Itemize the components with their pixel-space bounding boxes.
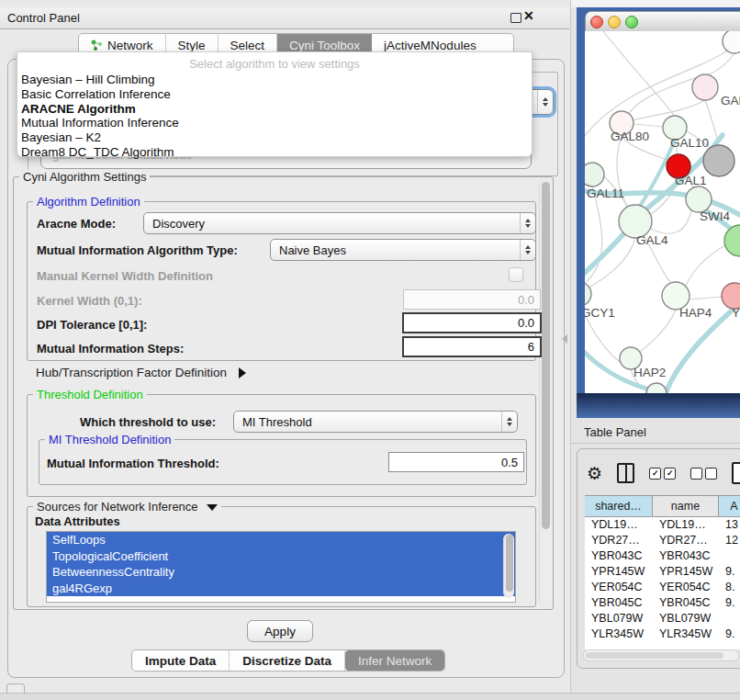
tab-network-label: Network bbox=[107, 39, 153, 52]
bottom-strip bbox=[0, 693, 740, 700]
table-row[interactable]: YLR345W YLR345W 9. bbox=[585, 626, 740, 638]
node-label: HAP2 bbox=[633, 366, 666, 379]
new-table-icon[interactable] bbox=[732, 462, 740, 484]
mi-threshold-title: MI Threshold Definition bbox=[45, 433, 174, 446]
table-rows: YDL19… YDL19… 13 YDR27… YDR27… 12 YBR043… bbox=[585, 516, 740, 638]
node-table: shared… name A YDL19… YDL19… 13 YDR27… Y… bbox=[585, 495, 740, 649]
column-header-partial[interactable]: A bbox=[719, 496, 740, 516]
column-header-name[interactable]: name bbox=[653, 496, 719, 516]
table-row[interactable]: YDL19… YDL19… 13 bbox=[585, 516, 740, 532]
mi-threshold-group: MI Threshold Definition Mutual Informati… bbox=[39, 439, 527, 485]
dropdown-items: Bayesian – Hill Climbing Basic Correlati… bbox=[21, 73, 528, 160]
cell: YPR145W bbox=[585, 565, 653, 578]
table-panel-title: Table Panel bbox=[584, 425, 646, 439]
mi-threshold-value: 0.5 bbox=[501, 456, 518, 469]
mi-steps-label: Mutual Information Steps: bbox=[37, 342, 184, 356]
attribute-list-scrollbar[interactable] bbox=[503, 534, 514, 598]
mi-type-value: Naive Bayes bbox=[271, 243, 520, 257]
table-horizontal-scrollbar-thumb[interactable] bbox=[586, 652, 723, 659]
dropdown-item[interactable]: Mutual Information Inference bbox=[21, 116, 528, 130]
settings-scrollbar[interactable] bbox=[539, 180, 551, 604]
network-graph[interactable]: GAL GAL80 GAL10 GAL1 GAL11 SWI4 GAL4 GCY… bbox=[585, 31, 740, 393]
table-row[interactable]: YER054C YER054C 8. bbox=[585, 579, 740, 594]
node-gcy1[interactable] bbox=[585, 282, 591, 306]
node-gal11[interactable] bbox=[585, 163, 604, 186]
node-partial-bottom[interactable] bbox=[646, 383, 667, 393]
zoom-traffic-icon[interactable] bbox=[625, 16, 638, 28]
mi-steps-value: 6 bbox=[528, 340, 534, 354]
desktop-gradient bbox=[577, 393, 740, 418]
cell: YLR345W bbox=[653, 627, 719, 639]
cell: YDL19… bbox=[653, 518, 719, 531]
manual-kernel-checkbox[interactable] bbox=[509, 267, 523, 282]
attribute-list-scrollbar-thumb[interactable] bbox=[506, 535, 513, 592]
table-horizontal-scrollbar[interactable] bbox=[583, 649, 739, 661]
node-partial-top[interactable] bbox=[723, 31, 740, 53]
table-row[interactable]: YBR043C YBR043C bbox=[585, 548, 740, 563]
cell: 12 bbox=[719, 534, 740, 547]
tab-discretize-data[interactable]: Discretize Data bbox=[230, 650, 345, 671]
which-threshold-combobox[interactable]: MI Threshold bbox=[233, 411, 518, 433]
network-window-titlebar[interactable] bbox=[585, 11, 740, 33]
node-y-partial[interactable] bbox=[722, 283, 740, 309]
mi-type-combobox[interactable]: Naive Bayes bbox=[270, 239, 536, 261]
close-traffic-icon[interactable] bbox=[590, 16, 603, 28]
collapse-arrow-icon[interactable] bbox=[207, 504, 218, 511]
float-panel-icon[interactable] bbox=[510, 13, 521, 23]
dpi-tolerance-label: DPI Tolerance [0,1]: bbox=[37, 318, 147, 332]
mi-threshold-label: Mutual Information Threshold: bbox=[47, 457, 219, 470]
dpi-tolerance-field[interactable]: 0.0 bbox=[402, 312, 542, 333]
columns-icon[interactable] bbox=[617, 463, 634, 483]
close-icon[interactable]: ✕ bbox=[523, 8, 534, 23]
settings-scrollbar-thumb[interactable] bbox=[542, 182, 550, 529]
column-header-shared[interactable]: shared… bbox=[585, 496, 653, 516]
bottom-tabs: Impute Data Discretize Data Infer Networ… bbox=[131, 649, 445, 672]
node-label: GAL1 bbox=[675, 174, 707, 187]
which-threshold-label: Which threshold to use: bbox=[80, 415, 216, 429]
panel-divider-handle[interactable] bbox=[562, 334, 567, 344]
select-all-icon[interactable]: ✓✓ bbox=[649, 468, 676, 480]
tab-impute-data[interactable]: Impute Data bbox=[132, 650, 230, 671]
node-green[interactable] bbox=[724, 225, 740, 256]
aracne-mode-value: Discovery bbox=[144, 217, 520, 231]
node-swi4[interactable] bbox=[686, 186, 712, 212]
table-row[interactable]: YBL079W YBL079W bbox=[585, 610, 740, 626]
mi-threshold-field[interactable]: 0.5 bbox=[388, 452, 524, 472]
node-gal-partial[interactable] bbox=[692, 74, 718, 100]
minimize-traffic-icon[interactable] bbox=[608, 16, 621, 28]
dropdown-item[interactable]: Basic Correlation Inference bbox=[21, 87, 528, 102]
cell: YPR145W bbox=[653, 565, 719, 578]
node-label: GAL11 bbox=[587, 186, 624, 200]
dropdown-item-selected[interactable]: ARACNE Algorithm bbox=[21, 102, 528, 117]
kernel-width-field[interactable]: 0.0 bbox=[403, 289, 541, 310]
node-gray[interactable] bbox=[703, 145, 734, 176]
hub-definition-expander[interactable]: Hub/Transcription Factor Definition bbox=[36, 364, 246, 380]
table-row[interactable]: YPR145W YPR145W 9. bbox=[585, 563, 740, 579]
attribute-item[interactable]: SelfLoops bbox=[47, 532, 515, 548]
deselect-all-icon[interactable] bbox=[690, 468, 717, 480]
table-row[interactable]: YDR27… YDR27… 12 bbox=[585, 532, 740, 548]
node-label: GAL bbox=[721, 94, 740, 107]
attribute-item[interactable]: TopologicalCoefficient bbox=[47, 548, 515, 565]
sources-title: Sources for Network Inference bbox=[33, 500, 221, 514]
gear-icon[interactable]: ⚙ bbox=[587, 465, 602, 482]
table-row[interactable]: YBR045C YBR045C 9. bbox=[585, 594, 740, 610]
stepper-icon bbox=[501, 412, 517, 432]
attribute-item[interactable]: gal4RGexp bbox=[47, 581, 515, 597]
mi-steps-field[interactable]: 6 bbox=[402, 336, 542, 357]
apply-button[interactable]: Apply bbox=[247, 620, 313, 642]
tab-infer-network[interactable]: Infer Network bbox=[345, 650, 444, 671]
dropdown-item[interactable]: Bayesian – Hill Climbing bbox=[21, 73, 528, 87]
attribute-item[interactable]: BetweennessCentrality bbox=[47, 564, 515, 581]
dropdown-item[interactable]: Dream8 DC_TDC Algorithm bbox=[21, 145, 528, 160]
threshold-definition-group: Threshold Definition Which threshold to … bbox=[27, 394, 536, 497]
aracne-mode-combobox[interactable]: Discovery bbox=[143, 212, 536, 234]
control-panel-titlebar: Control Panel bbox=[0, 7, 569, 29]
aracne-mode-label: Aracne Mode: bbox=[37, 217, 116, 231]
tab-style-label: Style bbox=[178, 39, 206, 52]
control-panel: Control Panel ✕ Network Style Select bbox=[0, 0, 571, 694]
dropdown-item[interactable]: Bayesian – K2 bbox=[21, 130, 528, 145]
cell: YBL079W bbox=[585, 612, 653, 625]
mi-type-label: Mutual Information Algorithm Type: bbox=[37, 243, 238, 257]
table-panel-divider bbox=[570, 443, 740, 444]
